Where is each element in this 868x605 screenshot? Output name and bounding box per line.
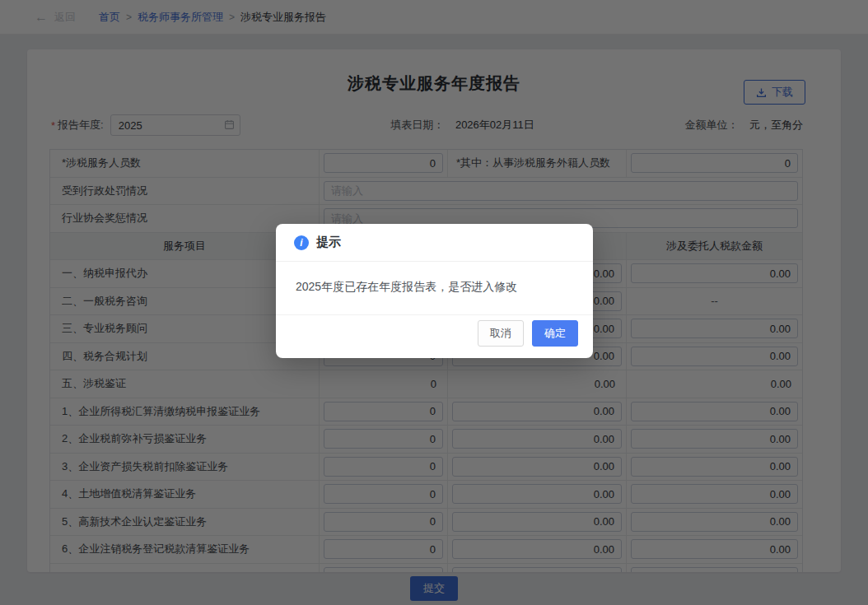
info-icon: i <box>294 235 309 250</box>
dialog-message: 2025年度已存在年度报告表，是否进入修改 <box>276 262 593 314</box>
cancel-button[interactable]: 取消 <box>478 320 524 347</box>
confirm-dialog: i 提示 2025年度已存在年度报告表，是否进入修改 取消 确定 <box>276 224 593 358</box>
dialog-footer: 取消 确定 <box>276 314 593 358</box>
dialog-header: i 提示 <box>276 224 593 262</box>
dialog-title: 提示 <box>316 235 341 250</box>
confirm-button[interactable]: 确定 <box>532 320 578 347</box>
